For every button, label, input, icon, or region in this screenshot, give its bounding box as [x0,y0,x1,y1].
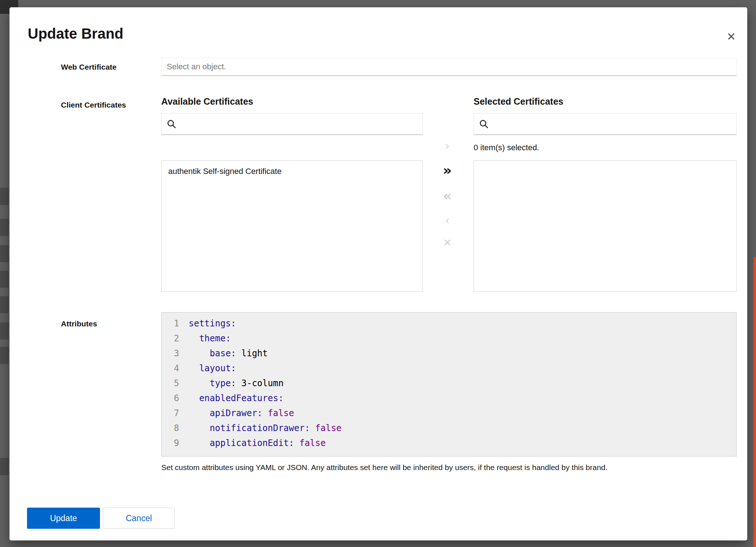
code-line: apiDrawer: false [189,406,736,421]
selected-certificates-heading: Selected Certificates [474,96,563,107]
selected-search [474,113,737,135]
available-certificates-list[interactable]: authentik Self-signed Certificate [161,160,423,292]
background-element [0,296,9,313]
line-number: 4 [162,361,179,376]
add-all-button[interactable]: » [443,163,452,177]
editor-code[interactable]: settings: theme: base: light layout: typ… [184,313,736,456]
selected-count-text: 0 item(s) selected. [474,143,539,152]
available-search [161,113,423,135]
line-number: 6 [162,391,179,406]
line-number: 5 [162,376,179,391]
attributes-help-text: Set custom attributes using YAML or JSON… [161,463,730,472]
search-icon [167,119,176,129]
update-button[interactable]: Update [27,508,100,529]
selected-certificates-list[interactable] [474,160,737,292]
attributes-code-editor[interactable]: 123456789 settings: theme: base: light l… [161,312,737,457]
code-line: theme: [189,331,736,346]
background-element [0,188,9,205]
background-element [0,347,9,364]
code-line: enabledFeatures: [189,391,736,406]
line-number: 3 [162,346,179,361]
background-element [0,458,9,475]
background-element [0,219,9,236]
code-line: type: 3-column [189,376,736,391]
available-search-input[interactable] [181,113,417,135]
line-number: 1 [162,316,179,331]
search-icon [479,119,489,129]
web-certificate-input[interactable] [161,58,737,76]
background-element [0,271,9,288]
editor-line-numbers: 123456789 [162,313,184,456]
selected-search-input[interactable] [493,113,731,135]
modal-title: Update Brand [28,26,123,42]
close-icon[interactable]: ✕ [721,27,741,46]
web-certificate-label: Web Certificate [61,63,117,71]
background-element [0,245,9,262]
clear-selected-button[interactable]: ✕ [443,238,451,248]
client-certificates-label: Client Certificates [61,101,126,109]
line-number: 9 [162,436,179,451]
code-line: applicationEdit: false [189,436,736,451]
line-number: 2 [162,331,179,346]
remove-all-button[interactable]: « [443,189,452,203]
code-line: notificationDrawer: false [189,421,736,436]
transfer-controls: ›»«‹✕ [433,140,462,248]
code-line: layout: [189,361,736,376]
code-line: base: light [189,346,736,361]
add-selected-button[interactable]: › [445,140,450,152]
background-accent-bar [753,257,756,547]
remove-selected-button[interactable]: ‹ [445,214,450,226]
available-certificates-heading: Available Certificates [161,96,253,107]
background-element [0,322,9,340]
line-number: 8 [162,421,179,436]
line-number: 7 [162,406,179,421]
cancel-button[interactable]: Cancel [103,508,175,529]
attributes-label: Attributes [61,319,97,328]
list-item[interactable]: authentik Self-signed Certificate [162,161,423,182]
update-brand-modal: Update Brand ✕ Web Certificate Client Ce… [9,7,747,540]
code-line: settings: [189,316,736,331]
